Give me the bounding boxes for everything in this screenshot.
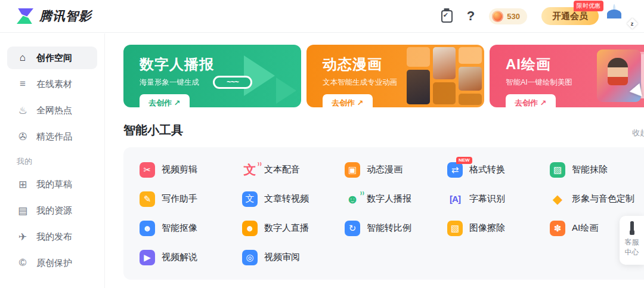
tool-label: 写作助手 — [162, 193, 197, 205]
banner-digital-human-broadcast[interactable]: 数字人播报 海量形象一键生成 去创作 ↗ — [123, 45, 301, 107]
tool-digital-human-live[interactable]: ☻ 数字人直播 — [242, 221, 345, 236]
subtitle-recognition-icon: [A] — [447, 191, 463, 207]
sidebar-item-copyright-protection[interactable]: © 原创保护 — [7, 252, 97, 274]
banner-ai-painting[interactable]: AI绘画 智能AI一键绘制美图 去创作 ↗ — [490, 45, 644, 107]
tool-label: 数字人播报 — [367, 193, 411, 205]
text-to-speech-icon: 文 — [242, 162, 258, 178]
tool-label: 动态漫画 — [367, 164, 402, 175]
sidebar-item-label: 精选作品 — [36, 131, 72, 143]
tool-smart-matting[interactable]: ☻ 智能抠像 — [140, 221, 242, 236]
video-edit-icon: ✂ — [140, 162, 155, 178]
video-review-icon: ◎ — [242, 250, 258, 265]
tool-label: 数字人直播 — [264, 222, 309, 234]
avatar-icon — [613, 4, 615, 17]
tool-smart-erase[interactable]: ▨ 智能抹除 — [550, 162, 644, 178]
tool-label: 智能抹除 — [572, 164, 608, 175]
format-convert-icon: ⇄ — [447, 162, 463, 178]
sidebar-item-my-resources[interactable]: ▤ 我的资源 — [7, 199, 97, 222]
sidebar-item-trending[interactable]: ♨ 全网热点 — [7, 99, 97, 122]
tool-subtitle-recognition[interactable]: [A] 字幕识别 — [447, 191, 550, 207]
avatar-voice-custom-icon: ◆ — [550, 191, 565, 207]
coin-icon — [492, 11, 503, 22]
banner-dynamic-comic[interactable]: 动态漫画 文本智能生成专业动画 去创作 ↗ — [306, 45, 484, 107]
tool-image-eraser[interactable]: ▧ 图像擦除 — [447, 221, 550, 236]
banner-cta-button[interactable]: 去创作 ↗ — [140, 94, 190, 107]
new-badge: NEW — [456, 157, 472, 164]
main-content: 数字人播报 海量形象一键生成 去创作 ↗ 动态漫画 文本智能生成专业动画 去创作… — [106, 33, 644, 288]
sidebar-item-online-materials[interactable]: ≡ 在线素材 — [7, 73, 97, 95]
app-logo[interactable]: 腾讯智影 — [17, 8, 92, 24]
fire-icon: ♨ — [17, 104, 29, 117]
tool-video-edit[interactable]: ✂ 视频剪辑 — [140, 162, 242, 178]
folder-icon: ▤ — [17, 205, 29, 217]
tool-text-to-speech[interactable]: 文 文本配音 — [242, 162, 345, 178]
sidebar-item-label: 我的发布 — [36, 231, 72, 243]
top-header: 腾讯智影 ? 530 开通会员 限时优惠 z — [0, 0, 644, 33]
dynamic-comic-icon: ▣ — [345, 162, 360, 178]
tool-video-narration[interactable]: ▶ 视频解说 — [140, 250, 242, 265]
tool-label: 文本配音 — [264, 164, 300, 175]
tool-dynamic-comic[interactable]: ▣ 动态漫画 — [345, 162, 447, 178]
collapse-link[interactable]: 收起 — [632, 128, 644, 138]
limited-offer-badge: 限时优惠 — [574, 1, 603, 11]
sidebar-section-label: 我的 — [17, 156, 104, 167]
sidebar-item-label: 创作空间 — [36, 52, 72, 64]
coin-count: 530 — [507, 12, 520, 21]
video-narration-icon: ▶ — [140, 250, 155, 265]
layers-icon: ≡ — [17, 78, 29, 90]
vip-area: 开通会员 限时优惠 — [541, 7, 599, 25]
camera-icon: ✇ — [17, 131, 29, 143]
coins-balance[interactable]: 530 — [489, 8, 527, 24]
article-to-video-icon: 文 — [242, 191, 258, 207]
writing-assistant-icon: ✎ — [140, 191, 155, 207]
tool-label: 文章转视频 — [264, 193, 309, 205]
user-avatar[interactable]: z — [613, 5, 634, 27]
waveform-icon — [213, 76, 252, 89]
image-eraser-icon: ▧ — [447, 221, 463, 236]
sidebar-item-label: 全网热点 — [36, 105, 72, 116]
tool-label: 视频审阅 — [264, 252, 300, 263]
sidebar-item-my-drafts[interactable]: ⊞ 我的草稿 — [7, 173, 97, 196]
tool-digital-human-broadcast[interactable]: ☻ 数字人播报 — [345, 191, 447, 207]
tool-label: AI绘画 — [572, 222, 598, 234]
digital-human-broadcast-icon: ☻ — [345, 191, 360, 207]
banner-artwork — [224, 45, 301, 107]
sidebar-item-featured-works[interactable]: ✇ 精选作品 — [7, 125, 97, 148]
digital-human-live-icon: ☻ — [242, 221, 258, 236]
tool-label: 字幕识别 — [469, 193, 505, 205]
tool-writing-assistant[interactable]: ✎ 写作助手 — [140, 191, 242, 207]
tool-video-review[interactable]: ◎ 视频审阅 — [242, 250, 345, 265]
tool-avatar-voice-customization[interactable]: ◆ 形象与音色定制 — [550, 191, 644, 207]
sidebar-item-label: 原创保护 — [36, 258, 72, 269]
tools-section-header: 智能小工具 收起 — [123, 122, 644, 138]
customer-service-button[interactable]: 客服 中心 — [620, 216, 644, 265]
tasks-icon[interactable] — [441, 10, 453, 23]
tool-article-to-video[interactable]: 文 文章转视频 — [242, 191, 345, 207]
avatar-level-badge: z — [627, 18, 637, 29]
tool-label: 图像擦除 — [469, 222, 505, 234]
sidebar-item-label: 我的资源 — [36, 205, 72, 216]
promo-banners: 数字人播报 海量形象一键生成 去创作 ↗ 动态漫画 文本智能生成专业动画 去创作… — [123, 45, 644, 107]
sidebar: ⌂ 创作空间 ≡ 在线素材 ♨ 全网热点 ✇ 精选作品 我的 ⊞ 我的草稿 ▤ … — [0, 33, 105, 288]
tools-grid: ✂ 视频剪辑 文 文本配音 ▣ 动态漫画 ⇄ 格式转换 NEW ▨ 智能抹除 ✎ — [140, 155, 644, 272]
smart-matting-icon: ☻ — [140, 221, 155, 236]
tool-format-convert[interactable]: ⇄ 格式转换 NEW — [447, 162, 550, 178]
sidebar-item-label: 在线素材 — [36, 79, 72, 90]
header-actions: ? 530 开通会员 限时优惠 z — [441, 5, 634, 27]
smart-erase-icon: ▨ — [550, 162, 565, 178]
headset-icon — [630, 221, 634, 233]
home-icon: ⌂ — [17, 52, 29, 64]
sidebar-item-creation-space[interactable]: ⌂ 创作空间 — [7, 47, 97, 69]
help-icon[interactable]: ? — [467, 8, 475, 24]
tool-label: 形象与音色定制 — [572, 193, 634, 205]
comic-mosaic-image — [407, 47, 482, 105]
app-title: 腾讯智影 — [39, 8, 92, 24]
paper-plane-icon: ✈ — [17, 231, 29, 243]
smart-ratio-icon: ↻ — [345, 221, 360, 236]
drafts-grid-icon: ⊞ — [17, 178, 29, 191]
copyright-icon: © — [17, 257, 29, 269]
tool-smart-ratio-convert[interactable]: ↻ 智能转比例 — [345, 221, 447, 236]
banner-cta-button[interactable]: 去创作 ↗ — [506, 94, 556, 107]
banner-cta-button[interactable]: 去创作 ↗ — [323, 94, 373, 107]
sidebar-item-my-publications[interactable]: ✈ 我的发布 — [7, 225, 97, 248]
